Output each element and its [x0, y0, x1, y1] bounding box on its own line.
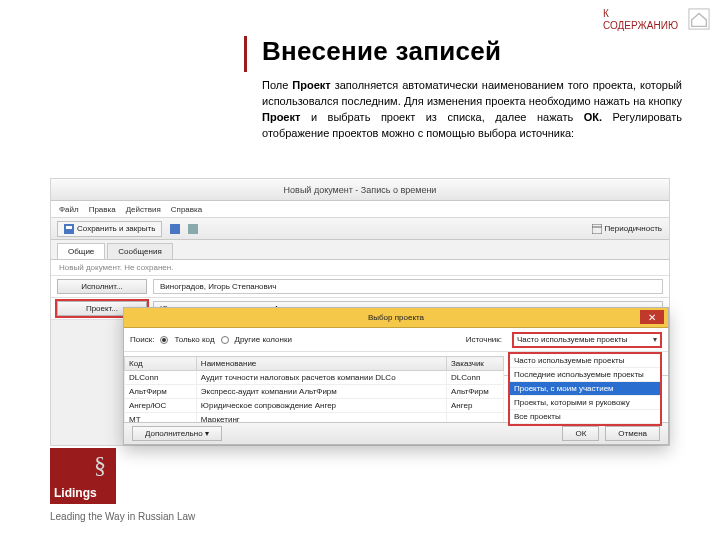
chevron-down-icon: ▾	[653, 335, 657, 344]
dialog-titlebar: Выбор проекта ✕	[124, 308, 668, 328]
col-code[interactable]: Код	[125, 357, 197, 371]
calendar-icon	[592, 224, 602, 234]
source-label: Источник:	[466, 335, 502, 344]
source-option[interactable]: Последние используемые проекты	[510, 368, 660, 382]
table-row: АльтФирмЭкспресс-аудит компании АльтФирм…	[125, 385, 504, 399]
home-icon[interactable]	[688, 8, 710, 30]
save-icon-2[interactable]	[170, 224, 180, 234]
cancel-button[interactable]: Отмена	[605, 426, 660, 441]
project-select-dialog: Выбор проекта ✕ Поиск: Только код Другие…	[123, 307, 669, 445]
table-row: МТМаркетинг	[125, 413, 504, 423]
svg-rect-5	[592, 224, 602, 234]
table-row: DLConnАудит точности налоговых расчетов …	[125, 371, 504, 385]
svg-rect-4	[188, 224, 198, 234]
toc-line1: К	[603, 8, 609, 19]
toc-link[interactable]: К СОДЕРЖАНИЮ	[603, 8, 678, 32]
source-option[interactable]: Проекты, с моим участием	[510, 382, 660, 396]
table-row: Ангер/ЮСЮридическое сопровождение АнгерА…	[125, 399, 504, 413]
menu-file[interactable]: Файл	[59, 205, 79, 214]
body-paragraph: Поле Проект заполняется автоматически на…	[262, 78, 682, 142]
source-select[interactable]: Часто используемые проекты ▾	[512, 332, 662, 348]
brand-tagline: Leading the Way in Russian Law	[50, 511, 195, 522]
source-option[interactable]: Проекты, которыми я руковожу	[510, 396, 660, 410]
menu-actions[interactable]: Действия	[126, 205, 161, 214]
close-icon[interactable]: ✕	[640, 310, 664, 324]
menu-help[interactable]: Справка	[171, 205, 202, 214]
svg-rect-2	[66, 226, 72, 229]
svg-rect-3	[170, 224, 180, 234]
title-accent	[244, 36, 247, 72]
app-screenshot: Новый документ - Запись о времени Файл П…	[50, 178, 670, 446]
source-option[interactable]: Часто используемые проекты	[510, 354, 660, 368]
source-option[interactable]: Все проекты	[510, 410, 660, 424]
window-title: Новый документ - Запись о времени	[284, 185, 437, 195]
additional-button[interactable]: Дополнительно ▾	[132, 426, 222, 441]
document-status: Новый документ. Не сохранен.	[51, 260, 669, 276]
toolbar-icon[interactable]	[188, 224, 198, 234]
source-selected: Часто используемые проекты	[517, 335, 627, 344]
col-client[interactable]: Заказчик	[447, 357, 504, 371]
tab-general[interactable]: Общие	[57, 243, 105, 259]
dialog-title: Выбор проекта	[368, 313, 424, 322]
periodicity-button[interactable]: Периодичность	[585, 221, 669, 237]
save-icon	[64, 224, 74, 234]
menu-bar: Файл Правка Действия Справка	[51, 201, 669, 218]
ok-button[interactable]: ОК	[562, 426, 599, 441]
performer-value[interactable]: Виноградов, Игорь Степанович	[153, 279, 663, 294]
source-dropdown[interactable]: Часто используемые проекты Последние исп…	[508, 352, 662, 426]
radio-code-only[interactable]	[160, 336, 168, 344]
performer-row: Исполнит... Виноградов, Игорь Степанович	[51, 276, 669, 298]
tab-strip: Общие Сообщения	[51, 240, 669, 260]
page-title: Внесение записей	[262, 36, 501, 67]
tab-messages[interactable]: Сообщения	[107, 243, 172, 259]
radio-other-cols[interactable]	[221, 336, 229, 344]
menu-edit[interactable]: Правка	[89, 205, 116, 214]
toolbar: Сохранить и закрыть Периодичность	[51, 218, 669, 240]
chevron-down-icon: ▾	[205, 429, 209, 438]
logo-mark-icon: §	[94, 452, 106, 479]
search-row: Поиск: Только код Другие колонки Источни…	[124, 328, 668, 352]
col-name[interactable]: Наименование	[196, 357, 446, 371]
projects-grid[interactable]: Код Наименование Заказчик DLConnАудит то…	[124, 356, 504, 422]
window-titlebar: Новый документ - Запись о времени	[51, 179, 669, 201]
brand-logo: § Lidings	[50, 448, 116, 504]
brand-name: Lidings	[54, 486, 97, 500]
save-close-button[interactable]: Сохранить и закрыть	[57, 221, 162, 237]
search-label: Поиск:	[130, 335, 154, 344]
performer-button[interactable]: Исполнит...	[57, 279, 147, 294]
toc-line2: СОДЕРЖАНИЮ	[603, 20, 678, 31]
